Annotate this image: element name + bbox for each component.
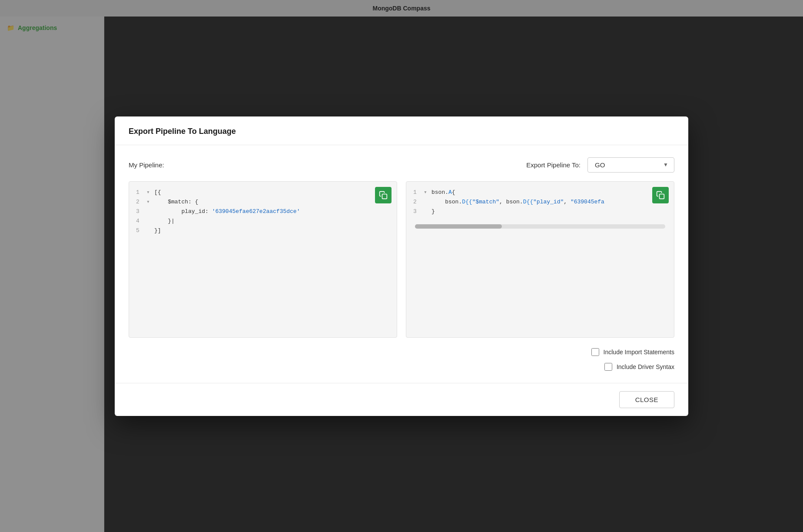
- right-code-line-1: 1 ▾ bson.A{: [413, 188, 667, 197]
- code-line-3: 3 play_id: '639045efae627e2aacf35dce': [136, 207, 390, 216]
- my-pipeline-label: My Pipeline:: [129, 161, 164, 169]
- copy-icon: [379, 191, 388, 200]
- export-to-label: Export Pipeline To:: [526, 161, 581, 169]
- modal-title: Export Pipeline To Language: [129, 127, 236, 136]
- include-import-checkbox[interactable]: [591, 348, 599, 356]
- include-driver-label[interactable]: Include Driver Syntax: [617, 363, 674, 370]
- modal-body: My Pipeline: Export Pipeline To: GO Java…: [115, 145, 688, 383]
- options-row: Include Import Statements Include Driver…: [129, 348, 674, 371]
- code-line-4: 4 }|: [136, 216, 390, 226]
- language-select[interactable]: GO Java Node C# Python 3 Ruby PHP Rust: [587, 157, 674, 173]
- svg-rect-1: [660, 194, 664, 199]
- modal-overlay: Export Pipeline To Language My Pipeline:…: [0, 0, 803, 532]
- include-driver-checkbox[interactable]: [604, 363, 612, 371]
- scrollbar-track[interactable]: [415, 224, 665, 229]
- code-line-2: 2 ▾ $match: {: [136, 197, 390, 207]
- right-code-panel: 1 ▾ bson.A{ 2 bson.D{{"$match", bson.D{{…: [406, 181, 674, 338]
- left-copy-button[interactable]: [375, 187, 392, 203]
- import-statements-option: Include Import Statements: [591, 348, 674, 356]
- copy-icon-right: [656, 191, 665, 200]
- right-copy-button[interactable]: [652, 187, 669, 203]
- left-code-panel: 1 ▾ [{ 2 ▾ $match: { 3: [129, 181, 397, 338]
- code-line-1: 1 ▾ [{: [136, 188, 390, 197]
- right-code-line-2: 2 bson.D{{"$match", bson.D{{"play_id", "…: [413, 197, 667, 207]
- right-code-content: 1 ▾ bson.A{ 2 bson.D{{"$match", bson.D{{…: [406, 182, 674, 223]
- left-code-content: 1 ▾ [{ 2 ▾ $match: { 3: [129, 182, 397, 242]
- panels-row: 1 ▾ [{ 2 ▾ $match: { 3: [129, 181, 674, 338]
- modal-header: Export Pipeline To Language: [115, 116, 688, 145]
- code-line-5: 5 }]: [136, 226, 390, 236]
- svg-rect-0: [382, 194, 387, 199]
- scrollbar-thumb: [415, 224, 502, 229]
- right-code-line-3: 3 }: [413, 207, 667, 216]
- close-button[interactable]: CLOSE: [619, 391, 674, 408]
- include-import-label[interactable]: Include Import Statements: [604, 349, 674, 356]
- top-row: My Pipeline: Export Pipeline To: GO Java…: [129, 157, 674, 173]
- modal-footer: CLOSE: [115, 383, 688, 416]
- export-pipeline-modal: Export Pipeline To Language My Pipeline:…: [115, 116, 688, 416]
- export-to-group: Export Pipeline To: GO Java Node C# Pyth…: [526, 157, 674, 173]
- driver-syntax-option: Include Driver Syntax: [604, 363, 674, 371]
- language-select-wrapper[interactable]: GO Java Node C# Python 3 Ruby PHP Rust: [587, 157, 674, 173]
